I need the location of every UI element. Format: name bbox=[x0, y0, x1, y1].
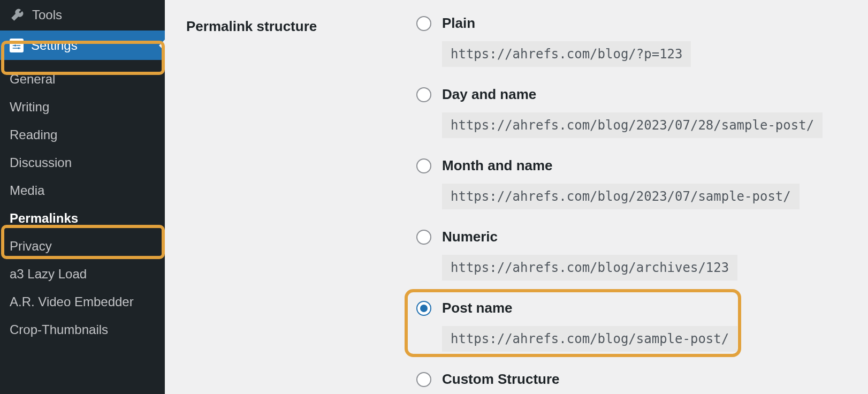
menu-label: Settings bbox=[31, 37, 78, 54]
sliders-icon bbox=[10, 39, 24, 52]
option-post-name: Post name https://ahrefs.com/blog/sample… bbox=[416, 300, 847, 352]
option-label: Month and name bbox=[442, 157, 553, 174]
sidebar-item-tools[interactable]: Tools bbox=[0, 0, 165, 29]
submenu-item-permalinks[interactable]: Permalinks bbox=[0, 204, 165, 232]
url-example: https://ahrefs.com/blog/archives/123 bbox=[442, 255, 737, 281]
menu-label: Tools bbox=[32, 6, 62, 23]
option-custom-structure: Custom Structure bbox=[416, 371, 847, 388]
option-plain: Plain https://ahrefs.com/blog/?p=123 bbox=[416, 15, 847, 67]
url-example: https://ahrefs.com/blog/2023/07/28/sampl… bbox=[442, 112, 823, 138]
option-label: Numeric bbox=[442, 229, 498, 245]
submenu-item-writing[interactable]: Writing bbox=[0, 93, 165, 121]
submenu-item-discussion[interactable]: Discussion bbox=[0, 149, 165, 177]
radio-post-name[interactable] bbox=[416, 301, 431, 316]
option-label: Plain bbox=[442, 15, 475, 32]
radio-plain[interactable] bbox=[416, 16, 431, 31]
settings-permalinks-content: Permalink structure Plain https://ahrefs… bbox=[165, 0, 868, 394]
url-example: https://ahrefs.com/blog/sample-post/ bbox=[442, 326, 737, 352]
radio-day-and-name[interactable] bbox=[416, 87, 431, 102]
radio-month-and-name[interactable] bbox=[416, 158, 431, 173]
radio-custom-structure[interactable] bbox=[416, 372, 431, 387]
submenu-item-a3-lazy-load[interactable]: a3 Lazy Load bbox=[0, 260, 165, 288]
url-example: https://ahrefs.com/blog/?p=123 bbox=[442, 41, 691, 67]
option-day-and-name: Day and name https://ahrefs.com/blog/202… bbox=[416, 86, 847, 138]
option-label: Day and name bbox=[442, 86, 536, 103]
svg-point-0 bbox=[17, 42, 19, 43]
option-month-and-name: Month and name https://ahrefs.com/blog/2… bbox=[416, 157, 847, 209]
svg-point-1 bbox=[14, 44, 16, 46]
permalink-structure-row: Permalink structure Plain https://ahrefs… bbox=[186, 15, 847, 388]
section-title: Permalink structure bbox=[186, 15, 416, 35]
option-label: Custom Structure bbox=[442, 371, 560, 388]
settings-submenu: General Writing Reading Discussion Media… bbox=[0, 60, 165, 349]
svg-point-2 bbox=[18, 47, 20, 49]
submenu-item-privacy[interactable]: Privacy bbox=[0, 232, 165, 260]
submenu-item-reading[interactable]: Reading bbox=[0, 121, 165, 149]
wrench-icon bbox=[10, 7, 25, 22]
submenu-item-media[interactable]: Media bbox=[0, 177, 165, 204]
option-numeric: Numeric https://ahrefs.com/blog/archives… bbox=[416, 229, 847, 281]
permalink-options: Plain https://ahrefs.com/blog/?p=123 Day… bbox=[416, 15, 847, 388]
sidebar-item-settings[interactable]: Settings bbox=[0, 31, 165, 60]
option-label: Post name bbox=[442, 300, 513, 316]
submenu-item-general[interactable]: General bbox=[0, 65, 165, 93]
submenu-item-ar-video-embedder[interactable]: A.R. Video Embedder bbox=[0, 288, 165, 316]
url-example: https://ahrefs.com/blog/2023/07/sample-p… bbox=[442, 184, 800, 209]
radio-numeric[interactable] bbox=[416, 230, 431, 245]
admin-sidebar: Tools Settings General Writing Reading D… bbox=[0, 0, 165, 394]
submenu-item-crop-thumbnails[interactable]: Crop-Thumbnails bbox=[0, 316, 165, 344]
